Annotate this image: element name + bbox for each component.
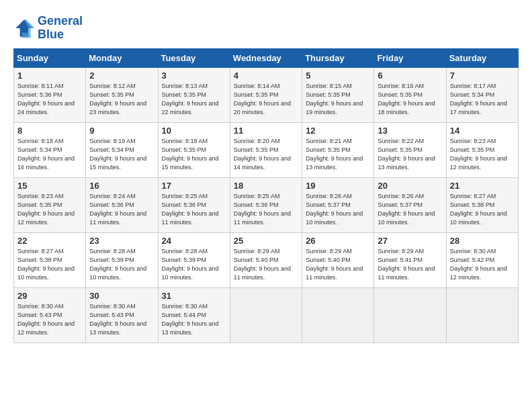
- day-number: 26: [306, 236, 370, 246]
- day-number: 5: [306, 71, 370, 81]
- day-info: Sunrise: 8:23 AMSunset: 5:35 PMDaylight:…: [17, 193, 75, 226]
- calendar-week-row: 8Sunrise: 8:18 AMSunset: 5:34 PMDaylight…: [14, 122, 519, 177]
- header: General Blue: [13, 12, 519, 42]
- day-number: 20: [378, 181, 442, 191]
- day-info: Sunrise: 8:30 AMSunset: 5:44 PMDaylight:…: [162, 303, 219, 336]
- day-info: Sunrise: 8:30 AMSunset: 5:43 PMDaylight:…: [89, 303, 146, 336]
- calendar-cell: 14Sunrise: 8:23 AMSunset: 5:35 PMDayligh…: [446, 122, 518, 177]
- day-number: 23: [89, 236, 154, 246]
- day-number: 17: [162, 181, 226, 191]
- calendar-cell: 4Sunrise: 8:14 AMSunset: 5:35 PMDaylight…: [230, 67, 302, 122]
- calendar-cell: 13Sunrise: 8:22 AMSunset: 5:35 PMDayligh…: [374, 122, 446, 177]
- weekday-header-wednesday: Wednesday: [230, 48, 302, 67]
- day-number: 16: [89, 181, 154, 191]
- day-number: 7: [450, 71, 515, 81]
- weekday-header-thursday: Thursday: [302, 48, 374, 67]
- day-info: Sunrise: 8:21 AMSunset: 5:35 PMDaylight:…: [306, 138, 363, 171]
- weekday-header-friday: Friday: [374, 48, 446, 67]
- day-info: Sunrise: 8:14 AMSunset: 5:35 PMDaylight:…: [234, 83, 291, 116]
- calendar-cell: [302, 287, 374, 342]
- calendar-cell: 26Sunrise: 8:29 AMSunset: 5:40 PMDayligh…: [302, 232, 374, 287]
- day-number: 27: [378, 236, 442, 246]
- day-info: Sunrise: 8:29 AMSunset: 5:40 PMDaylight:…: [234, 248, 291, 281]
- day-info: Sunrise: 8:28 AMSunset: 5:39 PMDaylight:…: [162, 248, 219, 281]
- day-info: Sunrise: 8:15 AMSunset: 5:35 PMDaylight:…: [306, 83, 363, 116]
- day-info: Sunrise: 8:27 AMSunset: 5:38 PMDaylight:…: [450, 193, 507, 226]
- day-number: 19: [306, 181, 370, 191]
- day-number: 25: [234, 236, 298, 246]
- day-info: Sunrise: 8:12 AMSunset: 5:35 PMDaylight:…: [89, 83, 146, 116]
- day-number: 29: [17, 291, 82, 301]
- day-number: 22: [17, 236, 82, 246]
- day-info: Sunrise: 8:28 AMSunset: 5:39 PMDaylight:…: [89, 248, 146, 281]
- day-info: Sunrise: 8:20 AMSunset: 5:35 PMDaylight:…: [234, 138, 291, 171]
- day-info: Sunrise: 8:26 AMSunset: 5:37 PMDaylight:…: [378, 193, 435, 226]
- day-info: Sunrise: 8:29 AMSunset: 5:40 PMDaylight:…: [306, 248, 363, 281]
- calendar-cell: 11Sunrise: 8:20 AMSunset: 5:35 PMDayligh…: [230, 122, 302, 177]
- day-number: 12: [306, 126, 370, 136]
- day-number: 21: [450, 181, 515, 191]
- day-number: 30: [89, 291, 154, 301]
- day-number: 10: [162, 126, 226, 136]
- day-info: Sunrise: 8:22 AMSunset: 5:35 PMDaylight:…: [378, 138, 435, 171]
- day-info: Sunrise: 8:18 AMSunset: 5:34 PMDaylight:…: [17, 138, 75, 171]
- day-info: Sunrise: 8:30 AMSunset: 5:42 PMDaylight:…: [450, 248, 507, 281]
- logo-text: General Blue: [38, 15, 83, 42]
- day-number: 3: [162, 71, 226, 81]
- calendar-week-row: 15Sunrise: 8:23 AMSunset: 5:35 PMDayligh…: [14, 177, 519, 232]
- day-info: Sunrise: 8:25 AMSunset: 5:36 PMDaylight:…: [234, 193, 291, 226]
- calendar-cell: 29Sunrise: 8:30 AMSunset: 5:43 PMDayligh…: [14, 287, 86, 342]
- day-info: Sunrise: 8:25 AMSunset: 5:36 PMDaylight:…: [162, 193, 219, 226]
- weekday-header-sunday: Sunday: [14, 48, 86, 67]
- day-number: 2: [89, 71, 154, 81]
- day-info: Sunrise: 8:13 AMSunset: 5:35 PMDaylight:…: [162, 83, 219, 116]
- calendar-week-row: 29Sunrise: 8:30 AMSunset: 5:43 PMDayligh…: [14, 287, 519, 342]
- day-number: 14: [450, 126, 515, 136]
- weekday-header-tuesday: Tuesday: [158, 48, 230, 67]
- logo: General Blue: [13, 15, 83, 42]
- calendar-cell: 17Sunrise: 8:25 AMSunset: 5:36 PMDayligh…: [158, 177, 230, 232]
- day-info: Sunrise: 8:26 AMSunset: 5:37 PMDaylight:…: [306, 193, 363, 226]
- calendar-cell: 15Sunrise: 8:23 AMSunset: 5:35 PMDayligh…: [14, 177, 86, 232]
- calendar-cell: 24Sunrise: 8:28 AMSunset: 5:39 PMDayligh…: [158, 232, 230, 287]
- calendar-cell: 10Sunrise: 8:19 AMSunset: 5:35 PMDayligh…: [158, 122, 230, 177]
- day-info: Sunrise: 8:19 AMSunset: 5:35 PMDaylight:…: [162, 138, 219, 171]
- day-number: 15: [17, 181, 82, 191]
- day-number: 4: [234, 71, 298, 81]
- weekday-header-row: SundayMondayTuesdayWednesdayThursdayFrid…: [14, 48, 519, 67]
- day-info: Sunrise: 8:11 AMSunset: 5:36 PMDaylight:…: [17, 83, 75, 116]
- calendar-cell: 30Sunrise: 8:30 AMSunset: 5:43 PMDayligh…: [86, 287, 158, 342]
- day-info: Sunrise: 8:16 AMSunset: 5:35 PMDaylight:…: [378, 83, 435, 116]
- calendar-cell: 7Sunrise: 8:17 AMSunset: 5:34 PMDaylight…: [446, 67, 518, 122]
- calendar-week-row: 1Sunrise: 8:11 AMSunset: 5:36 PMDaylight…: [14, 67, 519, 122]
- calendar-cell: 22Sunrise: 8:27 AMSunset: 5:38 PMDayligh…: [14, 232, 86, 287]
- weekday-header-monday: Monday: [86, 48, 158, 67]
- calendar-cell: 18Sunrise: 8:25 AMSunset: 5:36 PMDayligh…: [230, 177, 302, 232]
- day-number: 8: [17, 126, 82, 136]
- calendar-cell: 27Sunrise: 8:29 AMSunset: 5:41 PMDayligh…: [374, 232, 446, 287]
- calendar-cell: 6Sunrise: 8:16 AMSunset: 5:35 PMDaylight…: [374, 67, 446, 122]
- day-number: 9: [89, 126, 154, 136]
- day-number: 28: [450, 236, 515, 246]
- calendar-cell: 25Sunrise: 8:29 AMSunset: 5:40 PMDayligh…: [230, 232, 302, 287]
- day-info: Sunrise: 8:27 AMSunset: 5:38 PMDaylight:…: [17, 248, 75, 281]
- day-number: 6: [378, 71, 442, 81]
- calendar-cell: 21Sunrise: 8:27 AMSunset: 5:38 PMDayligh…: [446, 177, 518, 232]
- calendar-table: SundayMondayTuesdayWednesdayThursdayFrid…: [13, 48, 519, 343]
- day-info: Sunrise: 8:24 AMSunset: 5:36 PMDaylight:…: [89, 193, 146, 226]
- calendar-cell: 8Sunrise: 8:18 AMSunset: 5:34 PMDaylight…: [14, 122, 86, 177]
- calendar-cell: 9Sunrise: 8:19 AMSunset: 5:34 PMDaylight…: [86, 122, 158, 177]
- calendar-cell: 2Sunrise: 8:12 AMSunset: 5:35 PMDaylight…: [86, 67, 158, 122]
- weekday-header-saturday: Saturday: [446, 48, 518, 67]
- calendar-cell: 16Sunrise: 8:24 AMSunset: 5:36 PMDayligh…: [86, 177, 158, 232]
- calendar-cell: 19Sunrise: 8:26 AMSunset: 5:37 PMDayligh…: [302, 177, 374, 232]
- calendar-cell: 12Sunrise: 8:21 AMSunset: 5:35 PMDayligh…: [302, 122, 374, 177]
- day-info: Sunrise: 8:23 AMSunset: 5:35 PMDaylight:…: [450, 138, 507, 171]
- calendar-cell: 3Sunrise: 8:13 AMSunset: 5:35 PMDaylight…: [158, 67, 230, 122]
- day-info: Sunrise: 8:30 AMSunset: 5:43 PMDaylight:…: [17, 303, 75, 336]
- calendar-cell: 28Sunrise: 8:30 AMSunset: 5:42 PMDayligh…: [446, 232, 518, 287]
- day-number: 13: [378, 126, 442, 136]
- day-info: Sunrise: 8:29 AMSunset: 5:41 PMDaylight:…: [378, 248, 435, 281]
- calendar-cell: 5Sunrise: 8:15 AMSunset: 5:35 PMDaylight…: [302, 67, 374, 122]
- day-number: 18: [234, 181, 298, 191]
